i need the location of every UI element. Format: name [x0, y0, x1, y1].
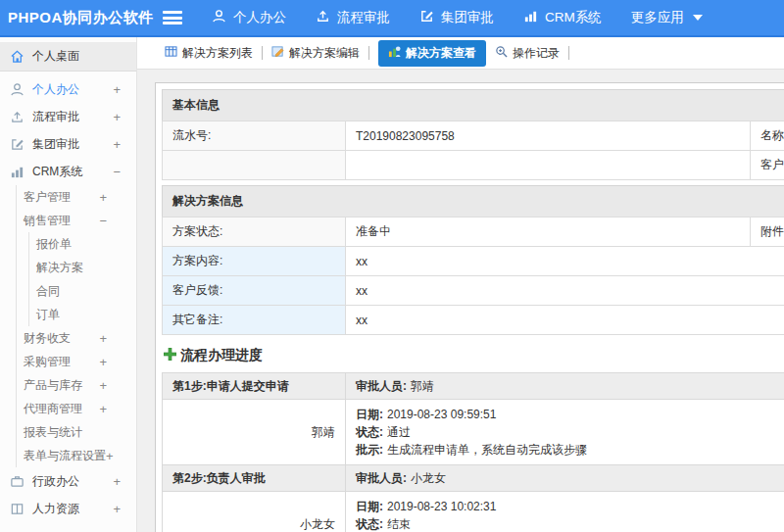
step-label: 第2步:负责人审批	[163, 465, 346, 492]
topnav-label: CRM系统	[545, 9, 602, 26]
sidebar-item-label: 财务收支	[24, 330, 99, 347]
table-row: 郭靖 日期:2019-08-23 09:59:51 状态:通过 批示:生成流程申…	[163, 400, 784, 465]
section-header-basic-info: 基本信息	[162, 89, 784, 121]
sidebar-item-label: 个人桌面	[32, 48, 79, 65]
sidebar-item-quotation[interactable]: 报价单	[29, 232, 136, 256]
sidebar-item-workflow-approval[interactable]: 流程审批 +	[0, 103, 136, 130]
sidebar-item-label: 表单与流程设置	[24, 448, 106, 464]
expand-toggle[interactable]: +	[99, 402, 107, 416]
table-row: 方案内容: xx	[163, 247, 784, 276]
tab-bar: 解决方案列表 解决方案编辑 解决方案查看	[137, 37, 784, 70]
sidebar-item-finance[interactable]: 财务收支 +	[17, 326, 136, 350]
approver-label: 审批人员:	[356, 471, 407, 485]
expand-toggle[interactable]: +	[99, 190, 107, 205]
field-label: 其它备注:	[163, 306, 346, 335]
date-label: 日期:	[356, 408, 383, 421]
topnav-more-apps[interactable]: 更多应用	[631, 9, 703, 26]
step-detail: 日期:2019-08-23 09:59:51 状态:通过 批示:生成流程申请单，…	[346, 400, 784, 465]
sidebar-item-reports-stats[interactable]: 报表与统计	[17, 420, 136, 444]
sidebar-item-label: 人力资源	[32, 501, 105, 517]
topnav-personal-office[interactable]: 个人办公	[212, 9, 286, 26]
sidebar: 个人桌面 个人办公 + 流程审批 + 集团审批	[0, 37, 137, 532]
chart-icon	[523, 9, 538, 26]
date-label: 日期:	[356, 500, 383, 513]
sidebar-item-label: 产品与库存	[24, 377, 99, 394]
view-icon	[388, 45, 401, 61]
topnav-label: 更多应用	[631, 9, 684, 26]
sidebar-item-order[interactable]: 订单	[29, 303, 136, 326]
sidebar-item-form-flow-settings[interactable]: 表单与流程设置 +	[17, 444, 136, 467]
tab-solution-edit[interactable]: 解决方案编辑	[271, 45, 360, 62]
sidebar-item-group-approval[interactable]: 集团审批 +	[0, 130, 136, 158]
home-icon	[10, 49, 24, 64]
collapse-toggle[interactable]: −	[99, 214, 107, 228]
step-approver: 审批人员:郭靖	[346, 373, 784, 400]
topnav-crm-system[interactable]: CRM系统	[523, 9, 602, 26]
step-label: 第1步:申请人提交申请	[163, 373, 346, 400]
sidebar-item-solution[interactable]: 解决方案	[29, 256, 136, 279]
sidebar-item-contract[interactable]: 合同	[29, 279, 136, 303]
flow-icon	[316, 9, 330, 26]
sidebar-item-products-inventory[interactable]: 产品与库存 +	[17, 373, 136, 397]
status-value: 通过	[387, 425, 411, 439]
table-row: 其它备注: xx	[163, 306, 784, 335]
sidebar-item-desktop[interactable]: 个人桌面	[0, 42, 136, 72]
topnav-group-approval[interactable]: 集团审批	[419, 9, 494, 26]
sidebar-item-human-resources[interactable]: 人力资源 +	[0, 495, 136, 522]
sidebar-item-label: 客户管理	[24, 189, 99, 206]
sidebar-item-sales-mgmt[interactable]: 销售管理 −	[17, 209, 136, 232]
expand-toggle[interactable]: +	[113, 474, 121, 489]
plus-icon	[164, 348, 176, 363]
approver-label: 审批人员:	[356, 379, 407, 393]
field-value: xx	[346, 306, 784, 335]
status-label: 状态:	[356, 517, 383, 531]
handler-name: 小龙女	[163, 492, 346, 532]
table-row: 方案状态: 准备中 附件	[163, 218, 784, 247]
expand-toggle[interactable]: +	[99, 378, 107, 393]
sidebar-item-admin-office[interactable]: 行政办公 +	[0, 467, 136, 495]
sidebar-item-procurement[interactable]: 采购管理 +	[17, 350, 136, 373]
expand-toggle[interactable]: +	[113, 110, 121, 124]
section-header-solution-info: 解决方案信息	[162, 185, 784, 218]
list-icon	[165, 45, 177, 61]
handler-name: 郭靖	[163, 400, 346, 465]
progress-section-title: 流程办理进度	[164, 347, 784, 364]
status-value: 结束	[387, 517, 411, 531]
topnav-workflow-approval[interactable]: 流程审批	[316, 9, 390, 26]
sidebar-item-personal-office[interactable]: 个人办公 +	[0, 75, 136, 103]
sidebar-item-crm-system[interactable]: CRM系统 −	[0, 158, 136, 185]
field-label: 附件	[751, 218, 784, 247]
field-value	[346, 151, 751, 180]
expand-toggle[interactable]: +	[99, 331, 107, 346]
expand-toggle[interactable]: +	[106, 449, 114, 463]
sidebar-item-agent-mgmt[interactable]: 代理商管理 +	[17, 397, 136, 420]
chevron-down-icon	[693, 15, 703, 21]
chart-icon	[10, 165, 24, 179]
field-label: 流水号:	[163, 121, 346, 151]
tab-solution-view[interactable]: 解决方案查看	[378, 40, 486, 67]
table-row: 第1步:申请人提交申请 审批人员:郭靖	[163, 373, 784, 400]
sidebar-item-customer-mgmt[interactable]: 客户管理 +	[17, 185, 136, 209]
tab-solution-list[interactable]: 解决方案列表	[165, 45, 253, 62]
field-label: 名称	[751, 121, 784, 151]
field-label: 客户反馈:	[163, 276, 346, 306]
field-value: T20190823095758	[346, 121, 751, 151]
sidebar-item-label: 集团审批	[32, 136, 105, 153]
book-icon	[10, 502, 24, 516]
app-window: PHPOA协同办公软件 个人办公 流程审批 集团审批	[0, 0, 784, 532]
topnav-label: 流程审批	[337, 9, 390, 26]
expand-toggle[interactable]: +	[113, 502, 121, 516]
crm-submenu: 客户管理 + 销售管理 − 报价单 解决方案 合同	[16, 185, 136, 467]
approver-name: 郭靖	[411, 379, 434, 393]
expand-toggle[interactable]: +	[113, 82, 121, 97]
tab-label: 解决方案列表	[182, 45, 253, 62]
expand-toggle[interactable]: +	[99, 355, 107, 369]
hamburger-menu-icon[interactable]	[163, 11, 182, 24]
tab-operation-log[interactable]: 操作记录	[495, 45, 560, 62]
collapse-toggle[interactable]: −	[113, 165, 121, 179]
edit-icon	[419, 9, 434, 26]
sidebar-item-label: 报价单	[36, 236, 107, 253]
sidebar-item-label: 流程审批	[32, 109, 105, 125]
expand-toggle[interactable]: +	[113, 137, 121, 152]
tab-label: 操作记录	[513, 45, 560, 62]
